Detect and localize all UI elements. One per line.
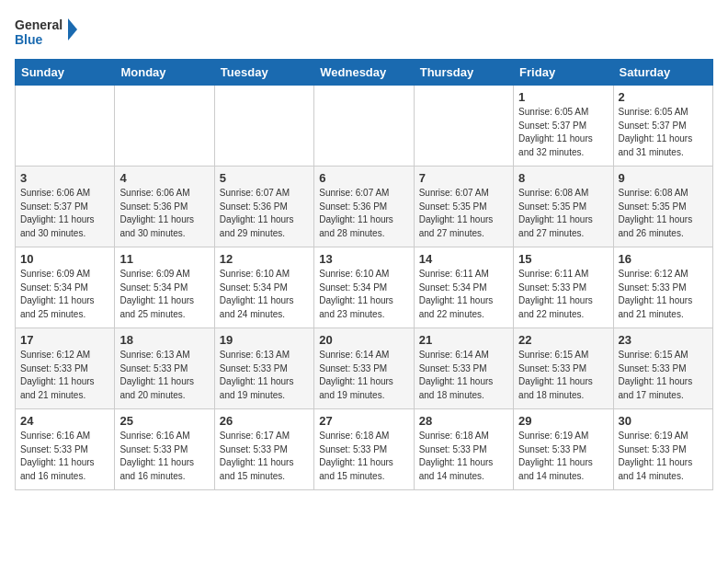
cell-info: Sunrise: 6:07 AM Sunset: 5:35 PM Dayligh…: [419, 187, 508, 240]
calendar-cell: 12Sunrise: 6:10 AM Sunset: 5:34 PM Dayli…: [214, 247, 313, 328]
calendar-cell: [314, 86, 414, 167]
cell-info: Sunrise: 6:07 AM Sunset: 5:36 PM Dayligh…: [319, 187, 408, 240]
calendar-cell: 7Sunrise: 6:07 AM Sunset: 5:35 PM Daylig…: [414, 167, 513, 247]
week-row-1: 3Sunrise: 6:06 AM Sunset: 5:37 PM Daylig…: [16, 167, 713, 247]
cell-info: Sunrise: 6:10 AM Sunset: 5:34 PM Dayligh…: [319, 268, 408, 321]
cell-info: Sunrise: 6:07 AM Sunset: 5:36 PM Dayligh…: [220, 187, 309, 240]
calendar-cell: [214, 86, 313, 167]
calendar-cell: 27Sunrise: 6:18 AM Sunset: 5:33 PM Dayli…: [314, 409, 414, 490]
day-number: 17: [20, 333, 109, 347]
calendar-cell: 18Sunrise: 6:13 AM Sunset: 5:33 PM Dayli…: [115, 328, 214, 409]
cell-info: Sunrise: 6:13 AM Sunset: 5:33 PM Dayligh…: [119, 349, 209, 402]
cell-info: Sunrise: 6:19 AM Sunset: 5:33 PM Dayligh…: [518, 430, 608, 483]
calendar-cell: 20Sunrise: 6:14 AM Sunset: 5:33 PM Dayli…: [314, 328, 414, 409]
week-row-3: 17Sunrise: 6:12 AM Sunset: 5:33 PM Dayli…: [16, 328, 713, 409]
cell-info: Sunrise: 6:11 AM Sunset: 5:34 PM Dayligh…: [419, 268, 508, 321]
calendar-cell: 10Sunrise: 6:09 AM Sunset: 5:34 PM Dayli…: [16, 247, 115, 328]
calendar-cell: 6Sunrise: 6:07 AM Sunset: 5:36 PM Daylig…: [314, 167, 414, 247]
calendar-cell: [115, 86, 214, 167]
cell-info: Sunrise: 6:11 AM Sunset: 5:33 PM Dayligh…: [518, 268, 608, 321]
weekday-header-wednesday: Wednesday: [314, 60, 414, 86]
cell-info: Sunrise: 6:18 AM Sunset: 5:33 PM Dayligh…: [419, 430, 508, 483]
weekday-header-thursday: Thursday: [414, 60, 513, 86]
cell-info: Sunrise: 6:05 AM Sunset: 5:37 PM Dayligh…: [619, 106, 708, 159]
day-number: 23: [619, 333, 708, 347]
calendar-cell: 5Sunrise: 6:07 AM Sunset: 5:36 PM Daylig…: [214, 167, 313, 247]
day-number: 12: [220, 252, 309, 266]
calendar-cell: 25Sunrise: 6:16 AM Sunset: 5:33 PM Dayli…: [115, 409, 214, 490]
day-number: 19: [220, 333, 309, 347]
day-number: 13: [319, 252, 408, 266]
day-number: 15: [518, 252, 608, 266]
cell-info: Sunrise: 6:14 AM Sunset: 5:33 PM Dayligh…: [319, 349, 408, 402]
cell-info: Sunrise: 6:15 AM Sunset: 5:33 PM Dayligh…: [518, 349, 608, 402]
calendar-cell: 16Sunrise: 6:12 AM Sunset: 5:33 PM Dayli…: [613, 247, 712, 328]
day-number: 1: [518, 90, 608, 104]
week-row-2: 10Sunrise: 6:09 AM Sunset: 5:34 PM Dayli…: [16, 247, 713, 328]
cell-info: Sunrise: 6:17 AM Sunset: 5:33 PM Dayligh…: [220, 430, 309, 483]
day-number: 10: [20, 252, 109, 266]
cell-info: Sunrise: 6:12 AM Sunset: 5:33 PM Dayligh…: [619, 268, 708, 321]
svg-text:Blue: Blue: [15, 32, 43, 47]
weekday-header-friday: Friday: [514, 60, 613, 86]
calendar-cell: 30Sunrise: 6:19 AM Sunset: 5:33 PM Dayli…: [613, 409, 712, 490]
calendar-cell: 8Sunrise: 6:08 AM Sunset: 5:35 PM Daylig…: [514, 167, 613, 247]
calendar-cell: 4Sunrise: 6:06 AM Sunset: 5:36 PM Daylig…: [115, 167, 214, 247]
cell-info: Sunrise: 6:08 AM Sunset: 5:35 PM Dayligh…: [518, 187, 608, 240]
calendar-cell: [16, 86, 115, 167]
weekday-header-monday: Monday: [115, 60, 214, 86]
calendar-cell: 21Sunrise: 6:14 AM Sunset: 5:33 PM Dayli…: [414, 328, 513, 409]
logo: General Blue: [15, 15, 79, 50]
week-row-0: 1Sunrise: 6:05 AM Sunset: 5:37 PM Daylig…: [16, 86, 713, 167]
day-number: 14: [419, 252, 508, 266]
calendar-cell: 29Sunrise: 6:19 AM Sunset: 5:33 PM Dayli…: [514, 409, 613, 490]
calendar-cell: 23Sunrise: 6:15 AM Sunset: 5:33 PM Dayli…: [613, 328, 712, 409]
cell-info: Sunrise: 6:08 AM Sunset: 5:35 PM Dayligh…: [619, 187, 708, 240]
cell-info: Sunrise: 6:09 AM Sunset: 5:34 PM Dayligh…: [20, 268, 109, 321]
cell-info: Sunrise: 6:14 AM Sunset: 5:33 PM Dayligh…: [419, 349, 508, 402]
day-number: 3: [20, 171, 109, 185]
day-number: 20: [319, 333, 408, 347]
weekday-header-saturday: Saturday: [613, 60, 712, 86]
day-number: 26: [220, 414, 309, 428]
calendar-cell: 22Sunrise: 6:15 AM Sunset: 5:33 PM Dayli…: [514, 328, 613, 409]
calendar-cell: [414, 86, 513, 167]
day-number: 25: [119, 414, 209, 428]
calendar-table: SundayMondayTuesdayWednesdayThursdayFrid…: [15, 59, 713, 490]
calendar-cell: 14Sunrise: 6:11 AM Sunset: 5:34 PM Dayli…: [414, 247, 513, 328]
calendar-cell: 9Sunrise: 6:08 AM Sunset: 5:35 PM Daylig…: [613, 167, 712, 247]
calendar-cell: 19Sunrise: 6:13 AM Sunset: 5:33 PM Dayli…: [214, 328, 313, 409]
day-number: 7: [419, 171, 508, 185]
week-row-4: 24Sunrise: 6:16 AM Sunset: 5:33 PM Dayli…: [16, 409, 713, 490]
day-number: 22: [518, 333, 608, 347]
calendar-cell: 13Sunrise: 6:10 AM Sunset: 5:34 PM Dayli…: [314, 247, 414, 328]
calendar-cell: 28Sunrise: 6:18 AM Sunset: 5:33 PM Dayli…: [414, 409, 513, 490]
day-number: 28: [419, 414, 508, 428]
weekday-header-sunday: Sunday: [16, 60, 115, 86]
cell-info: Sunrise: 6:05 AM Sunset: 5:37 PM Dayligh…: [518, 106, 608, 159]
weekday-header-tuesday: Tuesday: [214, 60, 313, 86]
day-number: 8: [518, 171, 608, 185]
cell-info: Sunrise: 6:06 AM Sunset: 5:36 PM Dayligh…: [119, 187, 209, 240]
day-number: 27: [319, 414, 408, 428]
cell-info: Sunrise: 6:16 AM Sunset: 5:33 PM Dayligh…: [20, 430, 109, 483]
day-number: 24: [20, 414, 109, 428]
calendar-cell: 24Sunrise: 6:16 AM Sunset: 5:33 PM Dayli…: [16, 409, 115, 490]
day-number: 2: [619, 90, 708, 104]
day-number: 16: [619, 252, 708, 266]
day-number: 4: [119, 171, 209, 185]
calendar-cell: 26Sunrise: 6:17 AM Sunset: 5:33 PM Dayli…: [214, 409, 313, 490]
weekday-header-row: SundayMondayTuesdayWednesdayThursdayFrid…: [16, 60, 713, 86]
cell-info: Sunrise: 6:06 AM Sunset: 5:37 PM Dayligh…: [20, 187, 109, 240]
cell-info: Sunrise: 6:15 AM Sunset: 5:33 PM Dayligh…: [619, 349, 708, 402]
day-number: 9: [619, 171, 708, 185]
page-header: General Blue: [15, 15, 713, 50]
day-number: 30: [619, 414, 708, 428]
calendar-cell: 1Sunrise: 6:05 AM Sunset: 5:37 PM Daylig…: [514, 86, 613, 167]
cell-info: Sunrise: 6:13 AM Sunset: 5:33 PM Dayligh…: [220, 349, 309, 402]
cell-info: Sunrise: 6:10 AM Sunset: 5:34 PM Dayligh…: [220, 268, 309, 321]
calendar-cell: 3Sunrise: 6:06 AM Sunset: 5:37 PM Daylig…: [16, 167, 115, 247]
cell-info: Sunrise: 6:09 AM Sunset: 5:34 PM Dayligh…: [119, 268, 209, 321]
calendar-cell: 11Sunrise: 6:09 AM Sunset: 5:34 PM Dayli…: [115, 247, 214, 328]
cell-info: Sunrise: 6:19 AM Sunset: 5:33 PM Dayligh…: [619, 430, 708, 483]
